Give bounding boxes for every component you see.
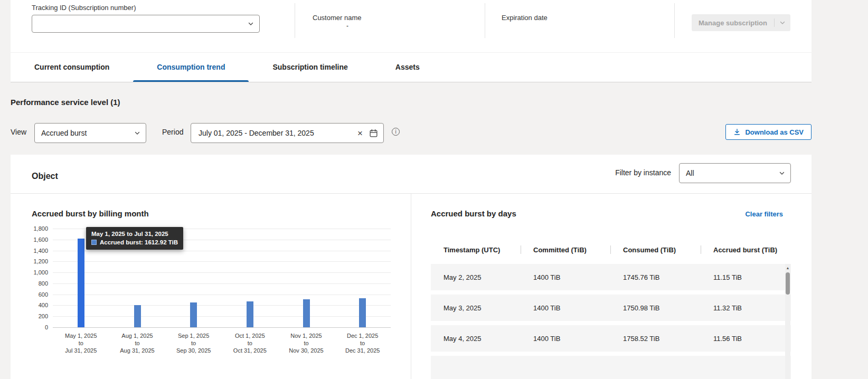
chevron-down-icon[interactable] [779, 20, 786, 26]
period-value: July 01, 2025 - December 31, 2025 [199, 129, 354, 137]
table-header-row: Timestamp (UTC)Committed (TiB)Consumed (… [431, 241, 791, 259]
clear-period-icon[interactable]: × [357, 129, 363, 138]
info-icon[interactable]: i [392, 128, 400, 136]
period-label: Period [162, 122, 183, 142]
tracking-id-combobox[interactable] [32, 15, 260, 33]
filter-by-instance-label: Filter by instance [615, 168, 671, 177]
table-header-cell: Committed (TiB) [521, 241, 610, 259]
column-separator [610, 245, 611, 254]
table-scrollbar[interactable]: ▲ [785, 264, 790, 379]
object-panel-title: Object [32, 172, 58, 181]
table-row[interactable]: May 3, 20251400 TiB1750.98 TiB11.32 TiB [431, 295, 791, 321]
y-axis-tick-label: 1,200 [11, 258, 48, 264]
filter-by-instance-dropdown[interactable]: All [679, 163, 791, 183]
chart-x-axis: May 1, 2025toJul 31, 2025Aug 1, 2025toAu… [53, 332, 391, 359]
y-axis-tick-label: 1,400 [11, 248, 48, 254]
y-axis-tick-label: 600 [11, 291, 48, 298]
chart-gridline [53, 327, 391, 328]
manage-subscription-button[interactable]: Manage subscription [692, 14, 790, 31]
chart-title: Accrued burst by billing month [32, 209, 149, 218]
table-cell: May 4, 2025 [431, 335, 521, 343]
y-axis-tick-label: 0 [11, 324, 48, 330]
table-row[interactable]: May 2, 20251400 TiB1745.76 TiB11.15 TiB [431, 264, 791, 290]
table-cell: 11.56 TiB [701, 335, 791, 343]
view-dropdown[interactable]: Accrued burst [34, 123, 146, 143]
chart-bar[interactable] [303, 299, 310, 328]
x-axis-tick-label: Dec 1, 2025toDec 31, 2025 [334, 332, 391, 354]
customer-name-label: Customer name [313, 14, 361, 22]
table-title: Accrued burst by days [431, 209, 516, 218]
customer-name-value: - [346, 22, 348, 30]
chart-gridline [53, 283, 391, 284]
column-separator [521, 245, 521, 254]
scrollbar-up-arrow[interactable]: ▲ [785, 264, 790, 271]
tooltip-title: May 1, 2025 to Jul 31, 2025 [91, 231, 178, 237]
chart-bar[interactable] [247, 301, 253, 327]
table-header-cell: Accrued burst (TiB) [701, 241, 791, 259]
y-axis-tick-label: 1,600 [11, 236, 48, 243]
filter-row: View Accrued burst Period July 01, 2025 … [11, 122, 812, 142]
panel-vertical-divider [411, 193, 411, 379]
table-row-partial [431, 356, 791, 379]
chevron-down-icon [248, 21, 254, 27]
download-icon [733, 128, 741, 136]
tooltip-value: Accrued burst: 1612.92 TiB [100, 239, 178, 245]
info-glyph: i [395, 129, 396, 135]
subscription-header: Tracking ID (Subscription number) Custom… [11, 0, 812, 53]
tab-current-consumption[interactable]: Current consumption [11, 53, 133, 82]
tab-bar: Current consumptionConsumption trendSubs… [11, 53, 812, 82]
tab-assets[interactable]: Assets [372, 53, 444, 82]
y-axis-tick-label: 400 [11, 302, 48, 308]
chart-gridline [53, 261, 391, 262]
period-input[interactable]: July 01, 2025 - December 31, 2025 × [191, 123, 384, 143]
split-button-divider [774, 18, 775, 27]
manage-subscription-section: Manage subscription [674, 0, 812, 52]
tracking-id-section: Tracking ID (Subscription number) [11, 0, 295, 52]
calendar-icon[interactable] [369, 129, 378, 138]
download-csv-label: Download as CSV [745, 128, 804, 136]
table-row[interactable]: May 4, 20251400 TiB1758.52 TiB11.56 TiB [431, 325, 791, 352]
table-cell: May 3, 2025 [431, 304, 521, 312]
table-cell: 1745.76 TiB [610, 273, 701, 281]
table-cell: 11.15 TiB [701, 273, 791, 281]
tab-consumption-trend[interactable]: Consumption trend [133, 53, 249, 82]
chart-bar[interactable] [190, 302, 197, 327]
filter-by-instance-value: All [686, 169, 779, 177]
chart-bar[interactable] [134, 305, 141, 327]
scrollbar-thumb[interactable] [786, 272, 790, 295]
x-axis-tick-label: May 1, 2025toJul 31, 2025 [53, 332, 109, 354]
legend-swatch-icon [91, 240, 97, 245]
chart-gridline [53, 272, 391, 273]
clear-filters-link[interactable]: Clear filters [745, 210, 783, 218]
x-axis-tick-label: Sep 1, 2025toSep 30, 2025 [165, 332, 222, 354]
chart-tooltip: May 1, 2025 to Jul 31, 2025 Accrued burs… [86, 227, 183, 250]
chevron-down-icon [779, 170, 785, 176]
table-cell: 11.32 TiB [701, 304, 791, 312]
up-arrow-glyph: ▲ [786, 266, 790, 270]
y-axis-tick-label: 800 [11, 280, 48, 287]
x-axis-tick-label: Oct 1, 2025toOct 31, 2025 [222, 332, 278, 354]
expiration-date-label: Expiration date [502, 14, 548, 22]
table-cell: 1400 TiB [521, 304, 610, 312]
chart-bar[interactable] [359, 298, 366, 327]
view-label: View [11, 122, 26, 142]
chart-gridline [53, 295, 391, 295]
chart-gridline [53, 251, 391, 251]
chart-bar[interactable] [78, 239, 84, 327]
table-cell: 1750.98 TiB [610, 304, 701, 312]
table-header-cell: Consumed (TiB) [610, 241, 701, 259]
manage-subscription-label: Manage subscription [692, 19, 774, 27]
download-csv-button[interactable]: Download as CSV [725, 124, 812, 140]
tracking-id-label: Tracking ID (Subscription number) [32, 4, 136, 12]
table-cell: 1758.52 TiB [610, 335, 701, 343]
chart-y-axis: 02004006008001,0001,2001,4001,6001,800 [11, 229, 48, 327]
table-header-cell: Timestamp (UTC) [431, 241, 521, 259]
table-cell: May 2, 2025 [431, 273, 521, 281]
view-value: Accrued burst [41, 129, 134, 137]
y-axis-tick-label: 1,800 [11, 225, 48, 232]
y-axis-tick-label: 200 [11, 313, 48, 319]
table-cell: 1400 TiB [521, 335, 610, 343]
tab-subscription-timeline[interactable]: Subscription timeline [249, 53, 371, 82]
customer-name-section: Customer name - [295, 0, 485, 52]
x-axis-tick-label: Nov 1, 2025toNov 30, 2025 [278, 332, 335, 354]
